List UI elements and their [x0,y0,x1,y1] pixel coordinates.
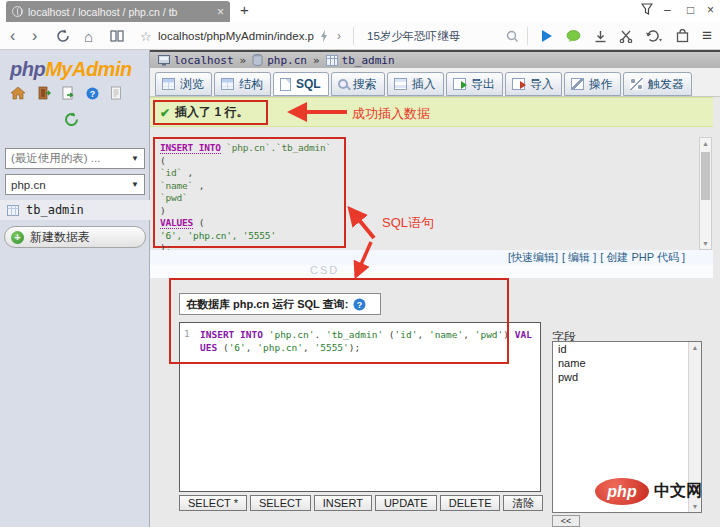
plus-icon: + [11,231,24,244]
scissors-icon[interactable] [619,22,633,50]
basket-icon[interactable] [676,22,689,50]
tab-sql[interactable]: SQL [273,72,329,96]
check-icon: ✔ [160,106,170,120]
refresh-tree-icon[interactable] [64,112,79,127]
chevron-down-icon: ▼ [131,180,139,189]
back-button[interactable]: ‹ [10,22,15,50]
breadcrumb-table-label: tb_admin [342,54,395,67]
tab-label: SQL [296,77,321,91]
breadcrumb-separator: » [240,54,247,67]
logout-door-icon[interactable] [37,86,51,100]
url-expand-icon[interactable]: › [337,22,341,50]
export-page-icon[interactable] [62,86,75,100]
breadcrumb-database[interactable]: php.cn [252,54,307,67]
breadcrumb-table[interactable]: tb_admin [326,54,395,67]
table-item-label: tb_admin [26,203,84,217]
link-create-php[interactable]: [ 创建 PHP 代码 ] [600,250,685,265]
tab-export[interactable]: 导出 [446,72,503,96]
database-select[interactable]: php.cn ▼ [5,174,145,195]
sidebar-item-tb-admin[interactable]: tb_admin [0,200,150,220]
link-edit[interactable]: [ 编辑 ] [562,250,596,265]
table-icon [7,205,19,216]
sql-token: INSERT INTO [160,142,221,154]
tab-insert[interactable]: 插入 [387,72,444,96]
collapse-fields-button[interactable]: << [552,515,580,527]
annotation-success-label: 成功插入数据 [352,105,430,123]
tab-browse[interactable]: 浏览 [155,72,212,96]
search-input[interactable]: 15岁少年恐吓继母 [367,22,460,50]
menu-icon[interactable]: ≡ [702,22,712,50]
success-message: 插入了 1 行。 [175,104,248,121]
scroll-down-icon[interactable]: ▼ [700,240,711,247]
chevron-down-icon: ▼ [131,154,139,163]
field-item-pwd[interactable]: pwd [553,370,701,384]
home-button[interactable]: ⌂ [84,22,93,50]
chat-icon[interactable] [566,22,581,50]
reading-list-icon[interactable] [110,22,124,50]
help-icon[interactable]: ? [353,298,366,311]
undo-icon[interactable] [645,22,662,50]
video-play-icon[interactable] [540,22,554,50]
php-cn-text: 中文网 [654,481,702,502]
tab-import[interactable]: 导入 [505,72,562,96]
tab-operations[interactable]: 操作 [564,72,621,96]
recent-tables-select[interactable]: (最近使用的表) ... ▼ [5,148,145,169]
tab-close-icon[interactable]: × [217,5,224,19]
update-button[interactable]: UPDATE [375,495,437,511]
field-item-name[interactable]: name [553,356,701,370]
refresh-icon[interactable] [56,22,70,50]
tab-structure[interactable]: 结构 [214,72,271,96]
select-button[interactable]: SELECT [250,495,311,511]
select-star-button[interactable]: SELECT * [179,495,247,511]
delete-button[interactable]: DELETE [440,495,501,511]
insert-icon [394,78,407,90]
bookmark-star-icon[interactable]: ☆ [140,22,152,50]
sql-token: ( [193,217,204,228]
breadcrumb-server-label: localhost [174,54,234,67]
annotation-sql-label: SQL语句 [382,214,434,232]
url-text[interactable]: localhost/phpMyAdmin/index.p [158,22,314,50]
insert-button[interactable]: INSERT [314,495,372,511]
query-buttons: SELECT * SELECT INSERT UPDATE DELETE 清除 [179,495,543,511]
minimize-button[interactable]: – [664,3,671,17]
scrollbar[interactable]: ▲ ▼ [699,137,712,250]
php-logo-oval: php [595,478,649,505]
tab-label: 触发器 [648,76,684,93]
watermark-band [150,265,713,278]
recent-tables-value: (最近使用的表) ... [11,151,100,166]
table-icon [326,55,338,66]
inline-edit-links: [快速编辑] [ 编辑 ] [ 创建 PHP 代码 ] [150,250,713,265]
link-quick-edit[interactable]: [快速编辑] [508,250,558,265]
field-item-id[interactable]: id [553,342,701,356]
tab-triggers[interactable]: 触发器 [623,72,692,96]
new-table-button[interactable]: + 新建数据表 [4,226,146,248]
tab-search[interactable]: 搜索 [331,72,385,96]
sql-token: '6', 'php.cn', '5555' [160,230,276,241]
clear-button[interactable]: 清除 [503,495,543,511]
scroll-thumb[interactable] [701,152,710,200]
filter-icon[interactable] [641,3,653,15]
scroll-up-icon[interactable]: ▲ [700,140,711,147]
watermark-text: CSD [310,264,339,276]
search-icon[interactable] [506,22,519,50]
success-bar: ✔ 插入了 1 行。 [150,97,713,127]
new-table-label: 新建数据表 [30,229,90,246]
window-close-button[interactable]: × [707,3,714,17]
scroll-up-icon[interactable]: ▲ [689,344,701,351]
sql-token: `php.cn`.`tb_admin` [226,142,331,153]
docs-icon[interactable] [110,86,122,100]
home-icon[interactable] [10,86,26,100]
tab-label: 浏览 [180,76,204,93]
browser-tab[interactable]: localhost / localhost / php.cn / tb × [6,1,230,22]
breadcrumb-server[interactable]: localhost [158,54,234,67]
sql-token: `pwd` [160,192,188,203]
sql-line: `id` , [160,167,339,180]
new-tab-button[interactable]: + [240,1,249,18]
sql-line: VALUES ( [160,217,339,230]
nav-separator [527,27,528,45]
maximize-button[interactable]: □ [687,3,694,17]
forward-button[interactable]: › [32,22,37,50]
lightning-icon[interactable] [320,22,328,50]
help-icon[interactable]: ? [86,87,99,100]
download-icon[interactable] [594,22,607,50]
